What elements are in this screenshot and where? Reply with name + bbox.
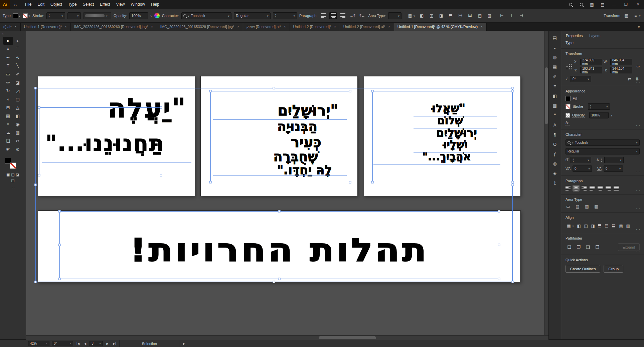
menu-item[interactable]: Window bbox=[128, 0, 148, 9]
transparency-icon[interactable]: ▩ bbox=[551, 102, 559, 109]
eyedropper-tool[interactable]: ⌖ bbox=[3, 120, 13, 128]
document-tab[interactable]: IMG_20220426_001639260 [Recovered].jpg* … bbox=[71, 23, 157, 31]
stepper-icon[interactable]: ∧∨ bbox=[590, 105, 591, 109]
home-icon[interactable]: ⌂ bbox=[10, 0, 21, 9]
symbol-sprayer-tool[interactable]: ☁ bbox=[3, 128, 13, 136]
constrain-proportions-icon[interactable]: ∞ bbox=[637, 64, 640, 69]
screen-mode-icon[interactable]: ▢ bbox=[11, 178, 14, 183]
menu-item[interactable]: Type bbox=[65, 0, 80, 9]
opacity-options-icon[interactable]: › bbox=[150, 13, 152, 18]
document-tab[interactable]: Untitled-2 [Recovered].ai* ✕ bbox=[340, 23, 394, 31]
artboard-1[interactable]: "יַעֲלֶה תַּחֲנוּנֵנוּ..." bbox=[38, 76, 195, 196]
area-type-rows-icon[interactable]: ▤ bbox=[575, 205, 580, 209]
align-horizontal-left-icon[interactable]: ◧ bbox=[418, 12, 426, 19]
align-horizontal-right-icon[interactable]: ◨ bbox=[438, 12, 445, 19]
gradient-tool[interactable]: ◧ bbox=[13, 112, 23, 120]
more-options-icon[interactable]: ··· bbox=[636, 249, 640, 253]
opacity-swatch[interactable] bbox=[566, 113, 570, 118]
transform-h-field[interactable]: 344.104 mm bbox=[610, 67, 632, 73]
transform-w-field[interactable]: 846.964 mm bbox=[610, 59, 632, 65]
hebrew-text-line[interactable]: יְרוּשָׁלַיִם bbox=[436, 127, 477, 138]
hebrew-text-line[interactable]: לָהּ יַחְדָּו." bbox=[277, 164, 332, 176]
align-vertical-center-icon[interactable]: ◫ bbox=[605, 223, 609, 229]
stroke-none-swatch[interactable] bbox=[566, 104, 571, 109]
panel-menu-icon[interactable]: ≡∨ bbox=[632, 12, 641, 19]
line-segment-tool[interactable]: ╲ bbox=[13, 62, 23, 70]
workspace-switcher-icon[interactable]: ▤ bbox=[597, 0, 608, 9]
slice-tool[interactable]: ✂ bbox=[13, 137, 23, 145]
paintbrush-tool[interactable]: ✐ bbox=[13, 70, 23, 78]
align-left-icon[interactable] bbox=[320, 12, 327, 19]
tab-close-icon[interactable]: ✕ bbox=[284, 25, 286, 28]
more-options-icon[interactable]: ··· bbox=[636, 170, 640, 174]
hebrew-text-line[interactable]: יִשְׁלָיוּ bbox=[443, 139, 468, 150]
area-type-columns-icon[interactable]: ▥ bbox=[584, 205, 590, 209]
more-options-icon[interactable]: ··· bbox=[636, 228, 640, 231]
tab-close-icon[interactable]: ✕ bbox=[14, 25, 17, 28]
fill-swatch[interactable] bbox=[566, 96, 571, 101]
status-play-icon[interactable]: ▶ bbox=[182, 342, 186, 345]
pathfinder-minus-front-icon[interactable]: ❐ bbox=[575, 245, 582, 250]
group-button[interactable]: Group bbox=[604, 265, 623, 273]
document-tab[interactable]: d].ai* ✕ bbox=[0, 23, 21, 31]
opentype-icon[interactable]: O bbox=[551, 140, 559, 148]
font-style-combo[interactable]: Regular ∨ bbox=[566, 148, 640, 154]
hebrew-text-line[interactable]: "שַׁאֲלוּ bbox=[432, 102, 466, 114]
artboard-2[interactable]: "יְרוּשָׁלַיִם הַבְּנוּיָה כְּעִיר שֶׁחֻ… bbox=[200, 76, 358, 196]
minimize-button[interactable]: — bbox=[608, 0, 620, 9]
align-vertical-center-icon[interactable]: ◫ bbox=[457, 12, 464, 19]
vertical-scrollbar[interactable] bbox=[544, 31, 548, 335]
hebrew-text-line[interactable]: תַּחֲנוּנֵנוּ..." bbox=[45, 132, 165, 154]
gradient-icon[interactable]: ◧ bbox=[551, 92, 559, 100]
lasso-tool[interactable]: ⌒ bbox=[13, 45, 23, 53]
create-outlines-button[interactable]: Create Outlines bbox=[566, 265, 600, 273]
tab-close-icon[interactable]: ✕ bbox=[64, 25, 67, 28]
area-type-grid-icon[interactable]: ▦ bbox=[594, 205, 599, 209]
justify-left-icon[interactable] bbox=[590, 186, 595, 191]
comments-icon[interactable]: ❞ bbox=[551, 111, 559, 119]
tab-close-icon[interactable]: ✕ bbox=[237, 25, 239, 28]
area-type-auto-icon[interactable]: ▭ bbox=[566, 205, 571, 209]
rotation-angle-combo[interactable]: 0° ∨ bbox=[571, 76, 591, 82]
zoom-tool[interactable]: ⊙ bbox=[13, 145, 23, 153]
magic-wand-tool[interactable]: ✦ bbox=[3, 45, 13, 53]
distribute-spacing-center-icon[interactable]: ⊥ bbox=[508, 12, 515, 19]
fill-label[interactable]: Fill bbox=[573, 96, 577, 101]
more-options-icon[interactable]: ··· bbox=[636, 189, 640, 193]
pen-tool[interactable]: ✒ bbox=[3, 53, 13, 61]
align-horizontal-left-icon[interactable]: ◧ bbox=[576, 224, 582, 228]
hebrew-text-line[interactable]: "יְרוּשָׁלַיִם bbox=[278, 103, 338, 118]
distribute-vertical-icon[interactable]: ▤ bbox=[618, 224, 624, 228]
hebrew-text-line[interactable]: "יַעֲלֶה bbox=[108, 95, 187, 122]
search-icon[interactable] bbox=[576, 0, 587, 9]
flip-horizontal-icon[interactable]: ⇄ bbox=[627, 77, 632, 81]
font-family-combo[interactable]: ∨ Tooshnik ∨ bbox=[181, 12, 231, 19]
justify-center-icon[interactable] bbox=[598, 186, 603, 191]
tab-close-icon[interactable]: ✕ bbox=[151, 25, 153, 28]
stroke-swatch[interactable] bbox=[10, 162, 16, 169]
stroke-label[interactable]: Stroke bbox=[573, 104, 583, 109]
stroke-options-combo[interactable]: ∨ bbox=[67, 12, 81, 19]
align-right-icon[interactable] bbox=[339, 12, 346, 19]
document-tab[interactable]: Untitled-1 [Recovered]* @ 42 % (CMYK/Pre… bbox=[394, 23, 487, 31]
swatches-icon[interactable]: ▦ bbox=[551, 63, 559, 71]
graphic-styles-icon[interactable]: ◈ bbox=[551, 169, 559, 177]
restore-button[interactable]: ❐ bbox=[620, 0, 632, 9]
more-options-icon[interactable]: ··· bbox=[636, 124, 640, 127]
font-size-combo[interactable]: ∧∨ ∨ bbox=[571, 157, 591, 163]
tab-overflow-icon[interactable]: » bbox=[634, 23, 644, 31]
align-right-icon[interactable] bbox=[582, 186, 587, 191]
stroke-weight-combo[interactable]: ∧∨ ∨ bbox=[46, 12, 65, 19]
free-transform-tool[interactable]: ▢ bbox=[13, 95, 23, 103]
eraser-tool[interactable]: ◪ bbox=[13, 78, 23, 86]
selection-handle[interactable] bbox=[34, 87, 37, 89]
justify-right-icon[interactable] bbox=[606, 186, 611, 191]
brushes-icon[interactable]: ✐ bbox=[551, 73, 559, 80]
zoom-level-combo[interactable]: 42% ∨ bbox=[28, 341, 49, 346]
stepper-icon[interactable]: ∧∨ bbox=[573, 158, 574, 162]
stepper-icon[interactable]: ∧∨ bbox=[275, 14, 276, 18]
align-center-icon[interactable] bbox=[574, 186, 579, 191]
blend-tool[interactable]: ◉ bbox=[13, 120, 23, 128]
type-direction-rtl-icon[interactable]: ¶← bbox=[358, 12, 366, 19]
align-to-selection-icon[interactable]: ▦ ∨ bbox=[407, 12, 416, 19]
